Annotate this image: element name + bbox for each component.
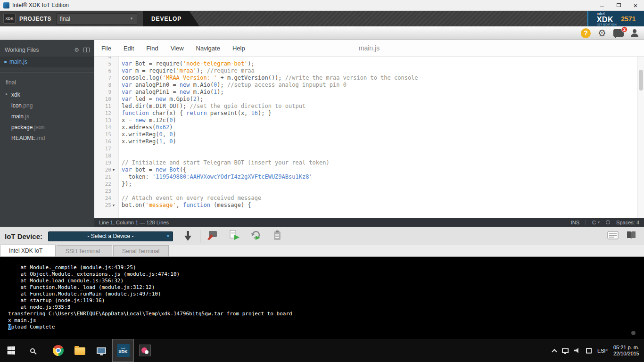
taskbar-app-button[interactable] bbox=[91, 339, 112, 362]
minimize-icon bbox=[600, 7, 604, 7]
menu-item-help[interactable]: Help bbox=[232, 45, 245, 52]
build-button[interactable] bbox=[207, 230, 218, 242]
line-number: 20 bbox=[94, 166, 111, 173]
code-line-5: 5var Bot = require('node-telegram-bot'); bbox=[94, 60, 637, 67]
minimize-button[interactable] bbox=[593, 0, 610, 10]
tree-item-xdk[interactable]: ▸xdk bbox=[0, 90, 94, 100]
menu-item-file[interactable]: File bbox=[101, 45, 111, 52]
tree-item-main-js[interactable]: main.js bbox=[0, 111, 94, 122]
file-extension: .md bbox=[35, 135, 45, 141]
working-file-main-js[interactable]: main.js bbox=[0, 57, 94, 67]
fold-gutter bbox=[111, 67, 119, 74]
menu-item-view[interactable]: View bbox=[171, 45, 184, 52]
tree-item-readme-md[interactable]: README.md bbox=[0, 133, 94, 144]
insert-mode-indicator[interactable]: INS bbox=[571, 220, 579, 225]
language-indicator-tray[interactable]: ESP bbox=[597, 348, 608, 354]
code-line-22: 22}); bbox=[94, 181, 637, 188]
line-number: 14 bbox=[94, 124, 111, 131]
code-text: x.writeReg(0, 0) bbox=[119, 131, 176, 138]
code-editor[interactable]: 45var Bot = require('node-telegram-bot')… bbox=[94, 57, 644, 218]
tree-item-icon-png[interactable]: icon.png bbox=[0, 100, 94, 111]
maximize-button[interactable] bbox=[610, 0, 627, 10]
search-button[interactable] bbox=[22, 339, 43, 362]
notifications-icon[interactable]: 2 bbox=[613, 29, 624, 37]
terminal-cursor: U bbox=[8, 324, 11, 330]
language-indicator[interactable]: C bbox=[592, 220, 596, 225]
download-arrow-icon bbox=[183, 231, 192, 242]
chevron-down-icon: ▼ bbox=[130, 16, 133, 21]
intel-xdk-brand: intel XDK IOT EDITION 2571 bbox=[587, 11, 644, 26]
menu-item-edit[interactable]: Edit bbox=[124, 45, 134, 52]
fold-gutter bbox=[111, 181, 119, 188]
code-text bbox=[119, 145, 122, 152]
menu-item-navigate[interactable]: Navigate bbox=[196, 45, 220, 52]
docs-button[interactable] bbox=[626, 230, 636, 242]
line-number: 5 bbox=[94, 60, 111, 67]
line-number: 7 bbox=[94, 74, 111, 82]
console-output[interactable]: at Module._compile (module.js:439:25) at… bbox=[0, 257, 644, 339]
network-icon[interactable] bbox=[562, 348, 569, 353]
code-line-11: 11led.dir(m.DIR_OUT); //set the gpio dir… bbox=[94, 103, 637, 110]
menu-item-find[interactable]: Find bbox=[146, 45, 158, 52]
taskbar-explorer-button[interactable] bbox=[69, 339, 91, 362]
fold-arrow-icon[interactable]: ▼ bbox=[111, 166, 119, 173]
user-icon[interactable] bbox=[631, 29, 638, 37]
toolbar-separator bbox=[200, 230, 200, 243]
editor-menubar: main.js FileEditFindViewNavigateHelp bbox=[94, 40, 644, 57]
taskbar-xdk-button[interactable]: intel XDK bbox=[112, 339, 134, 362]
clock-date: 22/10/2015 bbox=[613, 351, 639, 357]
line-number: 18 bbox=[94, 152, 111, 159]
logs-button[interactable] bbox=[272, 230, 282, 242]
fold-gutter bbox=[111, 173, 119, 181]
tab-intel-xdk-iot[interactable]: Intel XDK IoT bbox=[0, 245, 56, 256]
action-center-icon[interactable] bbox=[586, 348, 592, 354]
working-files-gear-icon[interactable]: ⚙ bbox=[74, 47, 79, 53]
code-line-17: 17 bbox=[94, 145, 637, 152]
device-select[interactable]: - Select a Device - ▼ bbox=[48, 231, 173, 241]
clock[interactable]: 05:21 p. m. 22/10/2015 bbox=[613, 345, 639, 357]
split-view-icon[interactable] bbox=[83, 48, 90, 52]
gear-icon[interactable]: ⚙ bbox=[598, 28, 606, 38]
tray-chevron-icon[interactable] bbox=[552, 349, 557, 354]
upload-to-device-button[interactable] bbox=[183, 231, 192, 242]
code-text: var led = new m.Gpio(2); bbox=[119, 96, 203, 103]
editor-scrollbar[interactable] bbox=[637, 57, 644, 218]
run-button[interactable] bbox=[229, 230, 240, 242]
fold-gutter bbox=[111, 89, 119, 96]
editor-statusbar: Line 1, Column 1 — 128 Lines INS C ▾ Spa… bbox=[94, 218, 644, 227]
scrollbar-thumb[interactable] bbox=[639, 70, 643, 90]
fold-gutter bbox=[111, 117, 119, 124]
start-button[interactable] bbox=[0, 339, 22, 362]
close-button[interactable]: × bbox=[627, 0, 644, 10]
file-extension: .json bbox=[33, 124, 44, 131]
debug-button[interactable] bbox=[250, 230, 262, 242]
console-line: at node.js:935:3 bbox=[8, 304, 644, 311]
taskbar-photos-button[interactable] bbox=[134, 339, 156, 362]
lint-status-icon[interactable] bbox=[606, 220, 610, 224]
console-scrollbar[interactable] bbox=[631, 331, 636, 335]
code-line-6: 6var m = require('mraa'); //require mraa bbox=[94, 67, 637, 74]
fold-arrow-icon[interactable]: ▼ bbox=[111, 202, 119, 209]
volume-icon[interactable] bbox=[574, 348, 580, 354]
cursor-position: Line 1, Column 1 — 128 Lines bbox=[99, 220, 169, 225]
tab-ssh-terminal[interactable]: SSH Terminal bbox=[57, 245, 112, 256]
device-list-button[interactable] bbox=[607, 230, 619, 242]
taskbar-chrome-button[interactable] bbox=[47, 339, 69, 362]
tab-serial-terminal[interactable]: Serial Terminal bbox=[113, 245, 169, 256]
code-text: bot.on('message', function (message) { bbox=[119, 202, 251, 209]
fold-gutter bbox=[111, 145, 119, 152]
fold-gutter bbox=[111, 131, 119, 138]
spaces-setting[interactable]: Spaces: 4 bbox=[616, 220, 639, 225]
notification-badge: 2 bbox=[621, 26, 627, 33]
console-line: at Object.Module._extensions..js (module… bbox=[8, 271, 644, 278]
file-base-name: main bbox=[11, 113, 24, 120]
help-icon[interactable]: ? bbox=[581, 28, 591, 38]
project-select[interactable]: final ▼ bbox=[56, 13, 137, 25]
maximize-icon bbox=[617, 3, 621, 7]
code-line-20: 20▼var bot = new Bot({ bbox=[94, 166, 637, 173]
book-icon bbox=[626, 230, 636, 240]
project-name-label: final bbox=[0, 73, 94, 90]
tree-item-package-json[interactable]: package.json bbox=[0, 122, 94, 133]
code-line-21: 21 token: '119549880:AAHVXowcYOdrI4z2gXV… bbox=[94, 173, 637, 181]
file-base-name: xdk bbox=[11, 91, 20, 98]
